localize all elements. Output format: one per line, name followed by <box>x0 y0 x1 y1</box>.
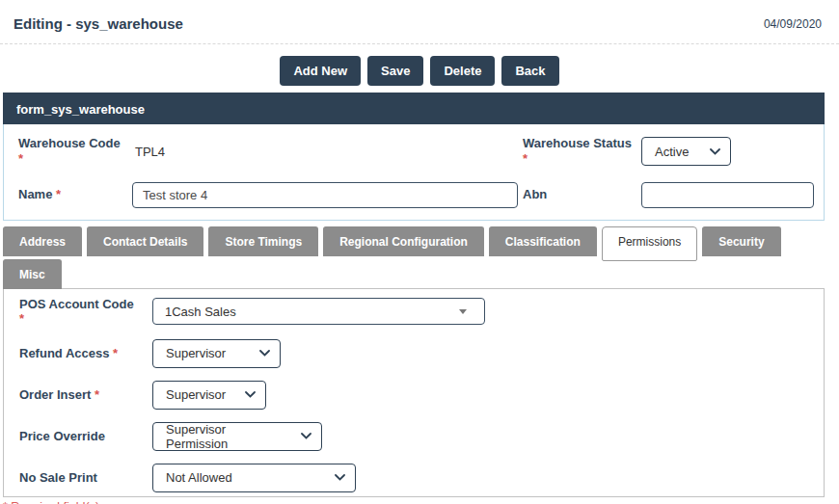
no-sale-print-label: No Sale Print <box>19 470 152 486</box>
page-date: 04/09/2020 <box>764 17 822 31</box>
add-new-button[interactable]: Add New <box>280 56 361 86</box>
price-override-selected-value: Supervisor Permission <box>166 422 291 451</box>
refund-access-select[interactable]: Supervisor <box>152 339 281 368</box>
warehouse-status-label-text: Warehouse Status <box>523 136 632 150</box>
abn-label: Abn <box>523 187 636 202</box>
required-asterisk: * <box>18 151 23 166</box>
refund-access-row: Refund Access * Supervisor <box>19 339 824 368</box>
order-insert-row: Order Insert * Supervisor <box>19 381 824 410</box>
no-sale-print-selected-value: Not Allowed <box>166 470 232 485</box>
tab-regional-configuration[interactable]: Regional Configuration <box>323 226 484 256</box>
no-sale-print-label-text: No Sale Print <box>19 470 97 485</box>
page-header: Editing - sys_warehouse 04/09/2020 <box>0 0 839 44</box>
refund-access-selected-value: Supervisor <box>166 346 226 360</box>
permissions-panel: POS Account Code * 1Cash Sales Refund Ac… <box>3 288 825 497</box>
tab-bar: Address Contact Details Store Timings Re… <box>3 226 825 289</box>
refund-access-label-text: Refund Access <box>19 346 109 360</box>
warehouse-code-value: TPL4 <box>132 145 518 159</box>
chevron-down-icon <box>710 148 720 155</box>
abn-label-text: Abn <box>523 187 547 201</box>
pos-account-code-combobox[interactable]: 1Cash Sales <box>152 298 485 325</box>
price-override-label-text: Price Override <box>19 429 105 443</box>
warehouse-status-select[interactable]: Active <box>641 137 731 166</box>
pos-account-code-label: POS Account Code * <box>19 297 152 327</box>
price-override-label: Price Override <box>19 429 152 444</box>
tab-store-timings[interactable]: Store Timings <box>208 226 318 256</box>
pos-account-code-selected-value: 1Cash Sales <box>165 305 236 319</box>
tab-misc[interactable]: Misc <box>3 259 62 289</box>
warehouse-status-label: Warehouse Status * <box>523 136 636 168</box>
required-asterisk: * <box>19 311 152 327</box>
required-asterisk: * <box>56 187 61 201</box>
warehouse-code-label-text: Warehouse Code <box>18 136 121 150</box>
pos-account-code-row: POS Account Code * 1Cash Sales <box>19 297 824 327</box>
price-override-row: Price Override Supervisor Permission <box>19 422 824 451</box>
form-title-bar: form_sys_warehouse <box>3 93 825 124</box>
page-title: Editing - sys_warehouse <box>14 15 183 32</box>
name-input[interactable] <box>132 182 518 208</box>
chevron-down-icon <box>259 350 270 357</box>
required-fields-note: * Required field(s) <box>3 500 839 504</box>
chevron-down-icon <box>335 474 345 481</box>
save-button[interactable]: Save <box>367 56 423 86</box>
tab-contact-details[interactable]: Contact Details <box>87 226 203 256</box>
no-sale-print-row: No Sale Print Not Allowed <box>19 464 824 492</box>
required-asterisk: * <box>113 346 118 360</box>
chevron-down-icon <box>245 391 256 398</box>
chevron-down-icon <box>301 433 311 439</box>
no-sale-print-select[interactable]: Not Allowed <box>152 464 356 492</box>
tab-classification[interactable]: Classification <box>489 226 597 256</box>
required-asterisk: * <box>523 151 528 166</box>
order-insert-label-text: Order Insert <box>19 387 91 402</box>
warehouse-code-label: Warehouse Code * <box>18 136 127 168</box>
tab-security[interactable]: Security <box>702 226 780 256</box>
price-override-select[interactable]: Supervisor Permission <box>152 422 322 451</box>
name-label: Name * <box>18 187 127 202</box>
order-insert-label: Order Insert * <box>19 387 152 403</box>
delete-button[interactable]: Delete <box>430 56 495 86</box>
pos-account-code-label-text: POS Account Code <box>19 297 134 311</box>
abn-input[interactable] <box>641 182 814 208</box>
form-body: Warehouse Code * TPL4 Warehouse Status *… <box>3 124 825 221</box>
warehouse-status-selected-value: Active <box>655 145 689 159</box>
refund-access-label: Refund Access * <box>19 346 152 361</box>
dropdown-arrow-icon <box>459 309 467 314</box>
order-insert-select[interactable]: Supervisor <box>152 381 266 410</box>
required-asterisk: * <box>95 387 99 402</box>
back-button[interactable]: Back <box>501 56 558 86</box>
order-insert-selected-value: Supervisor <box>166 387 226 402</box>
tab-address[interactable]: Address <box>3 226 82 256</box>
tab-permissions[interactable]: Permissions <box>602 226 697 261</box>
name-label-text: Name <box>18 187 52 201</box>
toolbar: Add New Save Delete Back <box>0 56 839 86</box>
